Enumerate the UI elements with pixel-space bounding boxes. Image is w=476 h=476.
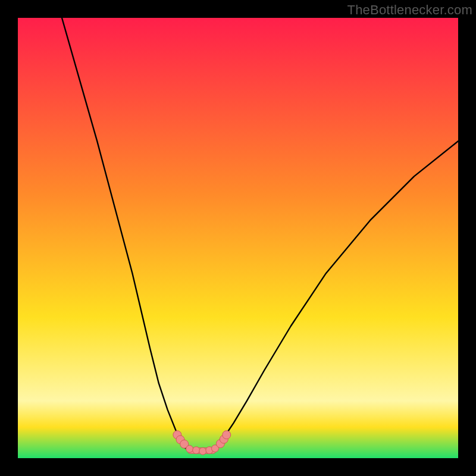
gradient-background — [18, 18, 458, 458]
curve-marker — [199, 447, 206, 455]
bottleneck-chart — [18, 18, 458, 458]
curve-marker — [193, 447, 200, 454]
curve-marker — [223, 431, 231, 439]
watermark-text: TheBottlenecker.com — [347, 2, 472, 18]
chart-frame — [18, 18, 458, 458]
curve-marker — [186, 445, 193, 452]
